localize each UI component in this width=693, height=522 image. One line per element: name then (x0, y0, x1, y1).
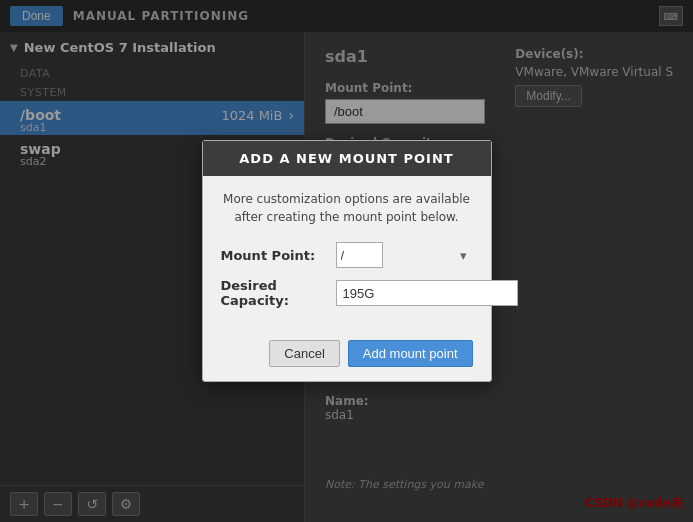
modal-description: More customization options are available… (221, 190, 473, 226)
add-mount-point-modal: ADD A NEW MOUNT POINT More customization… (202, 140, 492, 382)
modal-overlay: ADD A NEW MOUNT POINT More customization… (0, 0, 693, 522)
mount-point-select-wrapper: / /boot /home /var swap (336, 242, 473, 268)
modal-footer: Cancel Add mount point (203, 332, 491, 381)
cancel-button[interactable]: Cancel (269, 340, 339, 367)
mount-point-select[interactable]: / /boot /home /var swap (336, 242, 383, 268)
modal-capacity-input[interactable] (336, 280, 518, 306)
modal-mount-point-label: Mount Point: (221, 248, 336, 263)
modal-body: More customization options are available… (203, 176, 491, 332)
modal-title: ADD A NEW MOUNT POINT (203, 141, 491, 176)
modal-capacity-field: Desired Capacity: (221, 278, 473, 308)
modal-capacity-label: Desired Capacity: (221, 278, 336, 308)
modal-mount-point-field: Mount Point: / /boot /home /var swap (221, 242, 473, 268)
add-mount-point-button[interactable]: Add mount point (348, 340, 473, 367)
